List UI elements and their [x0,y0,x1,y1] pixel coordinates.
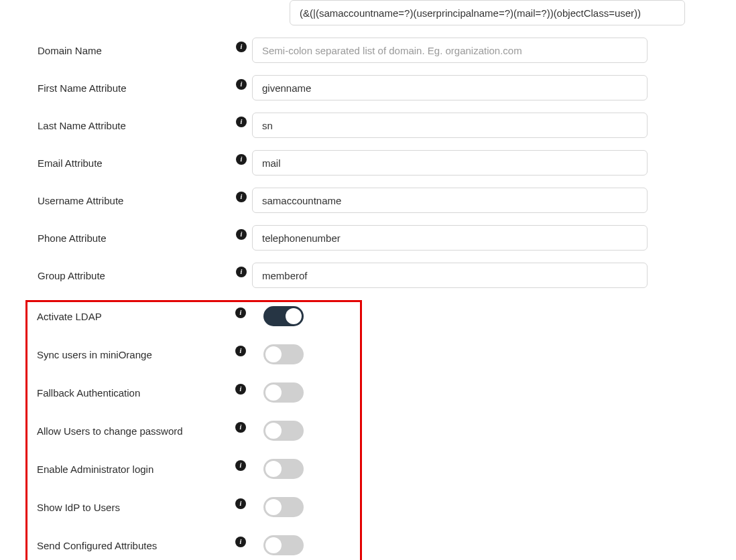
allow-change-pw-label: Allow Users to change password [37,425,183,437]
info-icon[interactable] [236,192,247,202]
filter-row [38,0,709,25]
toggle-knob [265,423,282,439]
allow-change-pw-row: Allow Users to change password [37,418,351,443]
info-icon[interactable] [235,422,246,433]
enable-admin-login-label: Enable Administrator login [37,464,154,475]
allow-change-pw-toggle[interactable] [263,421,304,441]
send-conf-attrs-row: Send Configured Attributes [37,533,351,558]
fallback-auth-toggle[interactable] [263,382,304,403]
info-icon[interactable] [236,42,247,52]
filter-input[interactable] [290,0,685,25]
first-name-attr-input[interactable] [252,75,648,100]
toggle-knob [265,499,282,515]
activate-ldap-row: Activate LDAP [37,303,351,329]
show-idp-row: Show IdP to Users [37,494,351,520]
sync-users-row: Sync users in miniOrange [37,342,351,367]
toggle-knob [286,308,302,324]
phone-attr-label: Phone Attribute [38,232,107,244]
phone-attr-input[interactable] [252,225,648,251]
send-conf-attrs-label: Send Configured Attributes [37,540,157,551]
activate-ldap-toggle[interactable] [263,306,304,326]
group-attr-label: Group Attribute [38,270,105,281]
fallback-auth-label: Fallback Authentication [37,387,140,399]
sync-users-label: Sync users in miniOrange [37,349,152,360]
toggle-knob [265,461,282,477]
phone-attr-row: Phone Attribute [38,225,709,251]
show-idp-label: Show IdP to Users [37,502,120,513]
activate-ldap-label: Activate LDAP [37,311,102,322]
info-icon[interactable] [236,79,247,90]
toggle-highlight-box: Activate LDAP Sync users in miniOrange [25,300,362,560]
username-attr-label: Username Attribute [38,195,123,206]
show-idp-toggle[interactable] [263,497,304,517]
username-attr-input[interactable] [252,188,648,213]
first-name-attr-row: First Name Attribute [38,75,709,100]
domain-name-label: Domain Name [38,45,102,56]
group-attr-input[interactable] [252,263,648,288]
info-icon[interactable] [235,460,246,471]
last-name-attr-label: Last Name Attribute [38,120,126,131]
info-icon[interactable] [235,307,246,318]
info-icon[interactable] [236,117,247,127]
info-icon[interactable] [235,384,246,395]
last-name-attr-input[interactable] [252,113,648,138]
first-name-attr-label: First Name Attribute [38,82,127,94]
domain-name-row: Domain Name [38,38,709,63]
info-icon[interactable] [235,498,246,509]
toggle-knob [265,346,282,362]
info-icon[interactable] [236,229,247,240]
info-icon[interactable] [235,346,246,356]
username-attr-row: Username Attribute [38,188,709,213]
domain-name-input[interactable] [252,38,648,63]
enable-admin-login-row: Enable Administrator login [37,456,351,482]
email-attr-row: Email Attribute [38,150,709,176]
email-attr-label: Email Attribute [38,157,103,169]
sync-users-toggle[interactable] [263,344,304,364]
info-icon[interactable] [235,537,246,547]
email-attr-input[interactable] [252,150,648,176]
fallback-auth-row: Fallback Authentication [37,380,351,405]
toggle-knob [265,384,282,401]
info-icon[interactable] [236,267,247,277]
send-conf-attrs-toggle[interactable] [263,535,304,555]
last-name-attr-row: Last Name Attribute [38,113,709,138]
info-icon[interactable] [236,154,247,165]
ldap-config-form: Domain Name First Name Attribute Last Na… [0,0,736,560]
group-attr-row: Group Attribute [38,263,709,288]
toggle-knob [265,537,282,553]
enable-admin-login-toggle[interactable] [263,459,304,479]
